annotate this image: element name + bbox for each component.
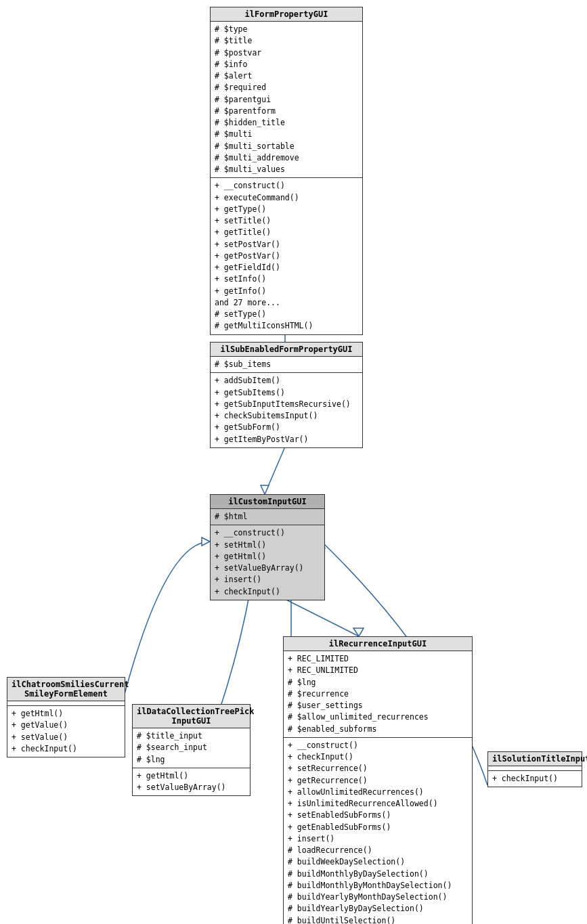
methods-ilSolutionTitleInputGUI: + checkInput() bbox=[488, 771, 582, 787]
title-ilChatroomSmilies: ilChatroomSmiliesCurrent SmileyFormEleme… bbox=[7, 678, 125, 701]
svg-marker-3 bbox=[261, 485, 269, 494]
methods-ilCustomInputGUI: + __construct() + setHtml() + getHtml() … bbox=[211, 525, 324, 600]
title-ilSubEnabledFormPropertyGUI: ilSubEnabledFormPropertyGUI bbox=[211, 343, 362, 357]
box-ilChatroomSmiliesCurrentSmileyFormElement: ilChatroomSmiliesCurrent SmileyFormEleme… bbox=[7, 677, 125, 757]
methods-ilFormPropertyGUI: + __construct() + executeCommand() + get… bbox=[211, 178, 362, 334]
fields-ilSubEnabledFormPropertyGUI: # $sub_items bbox=[211, 357, 362, 373]
methods-ilSubEnabledFormPropertyGUI: + addSubItem() + getSubItems() + getSubI… bbox=[211, 373, 362, 447]
svg-marker-6 bbox=[202, 537, 210, 546]
methods-ilRecurrenceInputGUI: + __construct() + checkInput() + setRecu… bbox=[284, 738, 472, 924]
methods-ilDataCollection: + getHtml() + setValueByArray() bbox=[133, 768, 250, 796]
diagram-container: ilFormPropertyGUI # $type # $title # $po… bbox=[0, 0, 587, 924]
svg-marker-5 bbox=[353, 628, 364, 636]
fields-ilSolutionTitleInputGUI bbox=[488, 766, 582, 771]
box-ilDataCollectionTreePickInputGUI: ilDataCollectionTreePick InputGUI # $tit… bbox=[132, 704, 251, 796]
box-ilRecurrenceInputGUI: ilRecurrenceInputGUI + REC_LIMITED + REC… bbox=[283, 636, 473, 924]
fields-ilFormPropertyGUI: # $type # $title # $postvar # $info # $a… bbox=[211, 22, 362, 178]
svg-line-2 bbox=[265, 447, 285, 494]
box-ilCustomInputGUI: ilCustomInputGUI # $html + __construct()… bbox=[210, 494, 325, 600]
title-ilFormPropertyGUI: ilFormPropertyGUI bbox=[211, 7, 362, 22]
title-ilDataCollection: ilDataCollectionTreePick InputGUI bbox=[133, 705, 250, 728]
box-ilSubEnabledFormPropertyGUI: ilSubEnabledFormPropertyGUI # $sub_items… bbox=[210, 342, 363, 448]
fields-ilRecurrenceInputGUI: + REC_LIMITED + REC_UNLIMITED # $lng # $… bbox=[284, 651, 472, 738]
methods-ilChatroomSmilies: + getHtml() + getValue() + setValue() + … bbox=[7, 706, 125, 757]
fields-ilDataCollection: # $title_input # $search_input # $lng bbox=[133, 728, 250, 768]
title-ilCustomInputGUI: ilCustomInputGUI bbox=[211, 495, 324, 509]
title-ilRecurrenceInputGUI: ilRecurrenceInputGUI bbox=[284, 637, 472, 651]
title-ilSolutionTitleInputGUI: ilSolutionTitleInputGUI bbox=[488, 752, 582, 766]
box-ilSolutionTitleInputGUI: ilSolutionTitleInputGUI + checkInput() bbox=[487, 751, 582, 787]
box-ilFormPropertyGUI: ilFormPropertyGUI # $type # $title # $po… bbox=[210, 7, 363, 335]
fields-ilCustomInputGUI: # $html bbox=[211, 509, 324, 525]
fields-ilChatroomSmilies bbox=[7, 701, 125, 706]
